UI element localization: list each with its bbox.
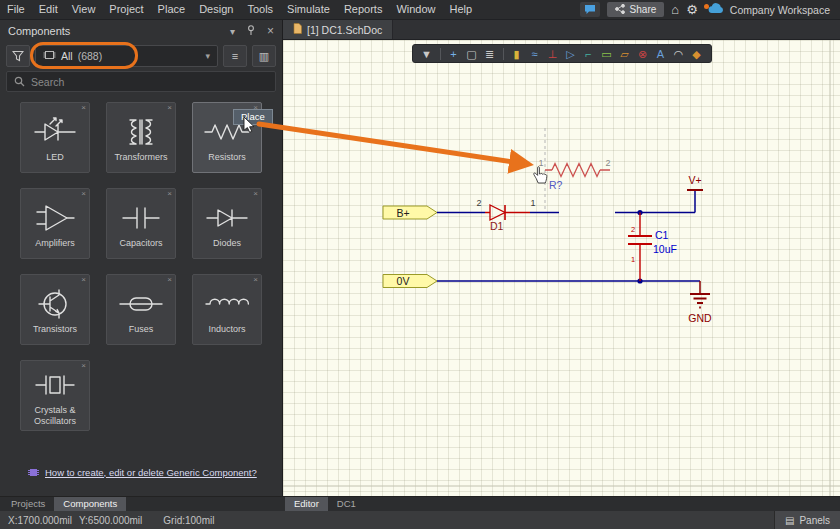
category-tile-inductor[interactable]: ×Inductors xyxy=(192,274,262,345)
menu-list: FileEditViewProjectPlaceDesignToolsSimul… xyxy=(0,0,479,19)
menu-item-project[interactable]: Project xyxy=(102,0,150,19)
schematic-doc-icon xyxy=(293,23,302,36)
category-dropdown[interactable]: All (688) ▾ xyxy=(35,45,218,67)
place-text-icon[interactable]: A xyxy=(653,46,669,62)
panels-label: Panels xyxy=(799,515,830,526)
tile-label: Diodes xyxy=(211,238,243,248)
tile-label: Crystals & Oscillators xyxy=(21,405,89,426)
share-button[interactable]: Share xyxy=(607,2,665,17)
menu-item-help[interactable]: Help xyxy=(443,0,480,19)
place-wire-icon[interactable]: ≈ xyxy=(527,46,543,62)
category-tile-transistor[interactable]: ×Transistors xyxy=(20,274,90,345)
place-bus-icon[interactable]: ⌐ xyxy=(581,46,597,62)
list-view-button[interactable]: ≡ xyxy=(223,45,247,67)
gnd-symbol[interactable] xyxy=(690,281,710,308)
category-tile-fuse[interactable]: ×Fuses xyxy=(106,274,176,345)
workspace-button[interactable]: Company Workspace xyxy=(705,3,830,16)
tile-label: LED xyxy=(44,152,66,162)
menu-item-view[interactable]: View xyxy=(65,0,103,19)
menu-item-reports[interactable]: Reports xyxy=(337,0,390,19)
select-area-icon[interactable]: ▢ xyxy=(464,46,480,62)
panel-close-icon[interactable]: × xyxy=(267,24,274,38)
move-icon[interactable]: + xyxy=(446,46,462,62)
port-0v[interactable] xyxy=(383,275,437,288)
search-input[interactable] xyxy=(31,76,268,88)
menu-item-tools[interactable]: Tools xyxy=(240,0,280,19)
editor-tab-editor[interactable]: Editor xyxy=(285,497,328,511)
place-port-icon[interactable]: ▷ xyxy=(563,46,579,62)
panel-menu-icon[interactable]: ▾ xyxy=(230,26,235,37)
resistor-being-placed[interactable] xyxy=(545,164,610,177)
tile-remove-icon[interactable]: × xyxy=(167,275,172,284)
panel-header: Components ▾ × xyxy=(0,20,282,42)
panel-title: Components xyxy=(8,25,70,37)
category-tile-capacitor[interactable]: ×Capacitors xyxy=(106,188,176,259)
help-link[interactable]: How to create, edit or delete Generic Co… xyxy=(45,467,257,478)
no-erc-icon[interactable]: ⊗ xyxy=(635,46,651,62)
port-bplus[interactable] xyxy=(383,206,437,219)
category-tile-diode[interactable]: ×Diodes xyxy=(192,188,262,259)
menu-item-simulate[interactable]: Simulate xyxy=(280,0,337,19)
help-link-row: How to create, edit or delete Generic Co… xyxy=(28,463,257,481)
selection-filter-icon[interactable]: ▼ xyxy=(419,46,435,62)
pin-icon[interactable] xyxy=(246,25,256,38)
category-tile-amplifier[interactable]: ×Amplifiers xyxy=(20,188,90,259)
filter-funnel-button[interactable] xyxy=(6,45,30,67)
sheet-entry-icon[interactable]: ▱ xyxy=(617,46,633,62)
tile-label: Transistors xyxy=(31,324,79,334)
tile-remove-icon[interactable]: × xyxy=(167,189,172,198)
panel-tab-components[interactable]: Components xyxy=(54,497,126,511)
share-label: Share xyxy=(630,4,657,15)
category-tile-crystal[interactable]: ×Crystals & Oscillators xyxy=(20,360,90,431)
menu-bar: FileEditViewProjectPlaceDesignToolsSimul… xyxy=(0,0,840,20)
tile-remove-icon[interactable]: × xyxy=(81,361,86,370)
wire-to-vplus[interactable] xyxy=(615,190,695,213)
workspace-label: Company Workspace xyxy=(730,4,830,16)
settings-icon[interactable]: ⚙ xyxy=(686,2,698,17)
menu-item-file[interactable]: File xyxy=(0,0,32,19)
sheet-symbol-icon[interactable]: ▭ xyxy=(599,46,615,62)
place-polygon-icon[interactable]: ◆ xyxy=(689,46,705,62)
capacitor-c1[interactable] xyxy=(628,213,652,282)
tile-label: Fuses xyxy=(127,324,156,334)
editor-tab-dc1[interactable]: DC1 xyxy=(328,497,365,511)
panel-tab-projects[interactable]: Projects xyxy=(2,497,54,511)
tile-remove-icon[interactable]: × xyxy=(81,103,86,112)
column-placement-icon[interactable]: ▮ xyxy=(509,46,525,62)
schematic-drawing: B+ 2 1 D1 2 1 C1 10uF V+ xyxy=(283,40,840,496)
comment-button[interactable] xyxy=(580,2,600,17)
sheet-border xyxy=(283,40,840,496)
dropdown-value: All xyxy=(61,50,73,62)
panels-button[interactable]: ▤ Panels xyxy=(774,511,840,529)
tile-remove-icon[interactable]: × xyxy=(81,189,86,198)
cap-value: 10uF xyxy=(653,243,677,255)
menu-item-window[interactable]: Window xyxy=(389,0,442,19)
menu-item-edit[interactable]: Edit xyxy=(32,0,65,19)
active-bar: ▼+▢≣▮≈⊥▷⌐▭▱⊗A◠◆ xyxy=(412,44,712,63)
grid-view-button[interactable]: ▥ xyxy=(252,45,276,67)
filter-row: All (688) ▾ ≡ ▥ xyxy=(6,44,276,68)
inductor-symbol-icon xyxy=(203,287,251,321)
place-arc-icon[interactable]: ◠ xyxy=(671,46,687,62)
resistor-designator: R? xyxy=(549,179,563,191)
tile-remove-icon[interactable]: × xyxy=(253,189,258,198)
category-tile-led[interactable]: ×LED xyxy=(20,102,90,173)
tile-remove-icon[interactable]: × xyxy=(81,275,86,284)
status-y: Y:6500.000mil xyxy=(79,515,142,526)
schematic-canvas[interactable]: ▼+▢≣▮≈⊥▷⌐▭▱⊗A◠◆ B+ 2 1 D1 xyxy=(283,40,840,496)
share-icon xyxy=(615,4,625,16)
cap-designator: C1 xyxy=(655,229,669,241)
tile-remove-icon[interactable]: × xyxy=(167,103,172,112)
tile-remove-icon[interactable]: × xyxy=(253,275,258,284)
diode-d1[interactable] xyxy=(485,205,530,220)
category-tile-transformer[interactable]: ×Transformers xyxy=(106,102,176,173)
cap-pin1-label: 1 xyxy=(631,255,635,264)
category-tile-grid: ×LED×Transformers×Resistors×Amplifiers×C… xyxy=(20,102,282,431)
align-icon[interactable]: ≣ xyxy=(482,46,498,62)
menu-item-place[interactable]: Place xyxy=(151,0,193,19)
tile-label: Inductors xyxy=(206,324,247,334)
document-tab[interactable]: [1] DC1.SchDoc xyxy=(283,20,393,39)
home-icon[interactable]: ⌂ xyxy=(671,2,679,17)
power-port-icon[interactable]: ⊥ xyxy=(545,46,561,62)
menu-item-design[interactable]: Design xyxy=(192,0,240,19)
